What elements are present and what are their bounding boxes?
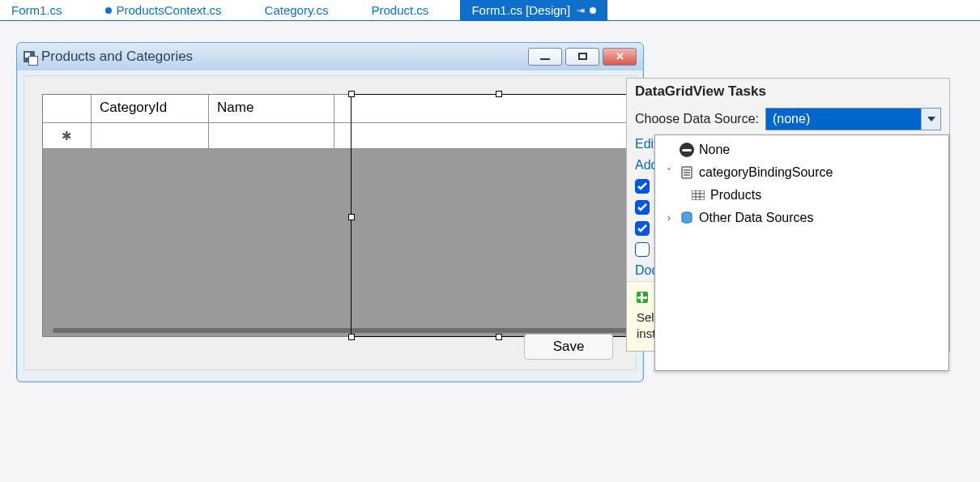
minimize-icon xyxy=(540,58,550,60)
modified-dot-icon xyxy=(105,7,112,14)
horizontal-scrollbar[interactable] xyxy=(53,328,628,333)
datagridview[interactable]: CategoryId Name ✱ xyxy=(42,94,638,337)
item-label: Products xyxy=(710,188,761,203)
document-tabstrip: Form1.cs ProductsContext.cs Category.cs … xyxy=(0,0,980,21)
tab-product[interactable]: Product.cs xyxy=(360,0,441,21)
save-button-label: Save xyxy=(553,339,585,355)
svg-rect-4 xyxy=(692,190,705,200)
checkbox-checked-icon xyxy=(635,179,650,194)
form-titlebar[interactable]: Products and Categories ✕ xyxy=(17,43,643,70)
designer-surface: Products and Categories ✕ CategoryId Nam… xyxy=(0,21,980,482)
checkbox-checked-icon xyxy=(635,221,650,236)
item-label: Other Data Sources xyxy=(699,211,813,225)
pin-icon[interactable]: ⇥ xyxy=(577,5,585,16)
close-icon: ✕ xyxy=(616,50,624,62)
save-button[interactable]: Save xyxy=(524,334,613,360)
resize-handle[interactable] xyxy=(348,214,355,220)
minimize-button[interactable] xyxy=(528,48,562,66)
app-icon xyxy=(23,51,35,62)
grid-corner-cell[interactable] xyxy=(43,95,92,122)
chevron-down-icon xyxy=(921,109,940,130)
maximize-button[interactable] xyxy=(565,48,599,66)
tab-category[interactable]: Category.cs xyxy=(254,0,340,21)
tab-label: Form1.cs xyxy=(11,3,62,17)
modified-dot-icon xyxy=(590,7,596,14)
form-client-area: CategoryId Name ✱ xyxy=(23,75,637,370)
close-button[interactable]: ✕ xyxy=(603,48,637,66)
cell[interactable] xyxy=(92,123,209,148)
resize-handle[interactable] xyxy=(348,91,355,97)
data-source-selected: (none) xyxy=(766,112,816,126)
form-title: Products and Categories xyxy=(41,49,193,65)
data-source-item-other[interactable]: › Other Data Sources xyxy=(658,207,945,229)
checkbox-unchecked-icon xyxy=(635,242,650,257)
binding-source-icon xyxy=(680,165,694,180)
maximize-icon xyxy=(578,53,587,60)
table-icon xyxy=(691,188,705,203)
tab-form1-cs[interactable]: Form1.cs xyxy=(0,0,74,21)
resize-handle[interactable] xyxy=(348,334,355,340)
data-source-combo[interactable]: (none) xyxy=(765,108,941,130)
plus-icon xyxy=(637,292,648,303)
datagridview-wrapper: CategoryId Name ✱ xyxy=(42,94,638,337)
new-row-indicator[interactable]: ✱ xyxy=(43,123,92,148)
tab-label: Form1.cs [Design] xyxy=(471,3,570,17)
choose-data-source-label: Choose Data Source: xyxy=(635,112,759,126)
none-icon xyxy=(680,143,694,157)
form-products-and-categories[interactable]: Products and Categories ✕ CategoryId Nam… xyxy=(16,42,644,382)
resize-handle[interactable] xyxy=(496,91,502,97)
data-source-dropdown: None ˅ categoryBindingSource Products › … xyxy=(654,134,949,371)
data-source-item-none[interactable]: None xyxy=(658,139,945,161)
tasks-title: DataGridView Tasks xyxy=(627,79,949,105)
table-row: ✱ xyxy=(43,123,637,149)
tab-productscontext[interactable]: ProductsContext.cs xyxy=(94,0,233,21)
resize-handle[interactable] xyxy=(496,334,502,340)
data-source-item-products[interactable]: Products xyxy=(686,184,945,207)
column-header-categoryid[interactable]: CategoryId xyxy=(92,95,209,122)
expand-icon[interactable]: › xyxy=(663,212,675,224)
data-source-item-binding-source[interactable]: ˅ categoryBindingSource xyxy=(658,161,945,184)
cell[interactable] xyxy=(209,123,334,148)
item-label: categoryBindingSource xyxy=(699,165,833,180)
tab-form1-design[interactable]: Form1.cs [Design] ⇥ xyxy=(460,0,607,21)
grid-header-row: CategoryId Name xyxy=(43,95,637,123)
tab-label: ProductsContext.cs xyxy=(117,3,222,17)
item-label: None xyxy=(699,143,730,157)
tab-label: Category.cs xyxy=(265,3,329,17)
checkbox-checked-icon xyxy=(635,200,650,215)
column-header-name[interactable]: Name xyxy=(209,95,334,122)
database-icon xyxy=(680,211,694,225)
expand-icon[interactable]: ˅ xyxy=(663,167,675,178)
tab-label: Product.cs xyxy=(372,3,429,17)
